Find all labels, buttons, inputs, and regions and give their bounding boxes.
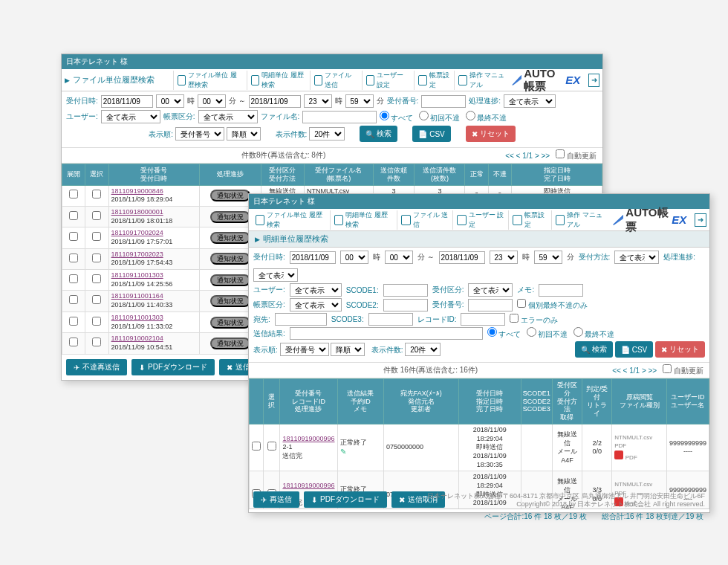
pager[interactable]: << < 1/1 > >> [505,152,550,160]
send-method-select[interactable]: 全て表示 [614,251,659,264]
tool-manual[interactable]: 操作 マニュアル [551,210,608,230]
reset-button[interactable]: ✖ リセット [466,126,516,142]
tool-form-settings[interactable]: 帳票設定 [414,71,449,90]
tool-file-history[interactable]: ファイル単位 履歴検索 [252,210,325,230]
status-button[interactable]: 通知状況 [210,190,250,201]
hour-to-select[interactable]: 23 [490,251,518,264]
accno-link[interactable]: 18110917002023 [111,251,163,258]
acckbn-select[interactable]: 全て表示 [468,283,513,297]
scode2-input[interactable] [383,299,428,311]
expand-checkbox[interactable] [69,338,78,346]
status-button[interactable]: 通知状況 [210,317,250,329]
accno-link[interactable]: 18110911001303 [111,271,163,279]
select-checkbox[interactable] [267,442,276,451]
partial-only-checkbox[interactable] [517,299,526,308]
pdf-download-button[interactable]: ⬇ PDFダウンロード [131,359,215,375]
radio-finalfail[interactable] [466,111,475,120]
status-button[interactable]: 通知状況 [210,253,250,265]
pdf-icon[interactable] [614,451,623,459]
filename-input[interactable] [302,111,377,123]
tool-detail-history[interactable]: 明細単位 履歴検索 [247,71,305,90]
status-select[interactable]: 全て表示 [504,94,556,108]
expand-checkbox[interactable] [69,254,78,262]
status-button[interactable]: 通知状況 [210,338,250,349]
expand-checkbox[interactable] [69,232,78,241]
count-select[interactable]: 20件 [309,127,345,141]
min-to-select[interactable]: 59 [534,251,562,264]
status-select[interactable]: 全て表示 [253,268,298,282]
min-to-select[interactable]: 59 [345,94,374,108]
date-from-input[interactable] [101,95,153,108]
result-input[interactable] [290,327,483,340]
tool-file-send[interactable]: ファイル 送信 [397,210,448,230]
table-row[interactable]: 181109190009962-1送信完 正常終了✎ 0750000000 20… [250,424,709,471]
user-select[interactable]: 全て表示 [101,110,160,123]
accno-input[interactable] [421,95,466,108]
err-only-checkbox[interactable] [510,314,519,323]
formcat-select[interactable]: 全て表示 [290,298,342,311]
accno-link[interactable]: 18110910002104 [111,335,163,342]
radio-initfail[interactable] [527,327,536,337]
recid-input[interactable] [461,313,505,326]
hour-from-select[interactable]: 00 [156,94,184,108]
date-from-input[interactable] [290,251,336,264]
scode3-input[interactable] [368,313,413,326]
csv-button[interactable]: 📄 CSV [412,126,451,142]
pencil-icon[interactable]: ✎ [340,448,346,456]
status-button[interactable]: 通知状況 [210,274,250,286]
tool-file-send[interactable]: ファイル 送信 [310,71,357,90]
accno-link[interactable]: 18110917002024 [111,229,163,236]
user-select[interactable]: 全て表示 [290,283,342,297]
resend-fail-button[interactable]: ✈ 不達再送信 [66,359,127,375]
auto-refresh-checkbox[interactable] [556,149,565,158]
select-checkbox[interactable] [92,190,101,198]
accno-link[interactable]: 18110919000846 [111,187,163,195]
logout-button[interactable]: ➜ [695,213,706,227]
date-to-input[interactable] [439,251,485,264]
tool-user-settings[interactable]: ユーザー 設定 [362,71,409,90]
accno-link[interactable]: 18110919000996 [282,482,334,489]
tool-manual[interactable]: 操作 マニュアル [454,71,507,90]
reset-button[interactable]: ✖ リセット [655,341,705,358]
search-button[interactable]: 🔍 検索 [575,341,613,358]
logout-button[interactable]: ➜ [588,74,599,87]
select-checkbox[interactable] [92,254,101,262]
min-from-select[interactable]: 00 [385,251,413,264]
radio-initfail[interactable] [419,111,429,120]
select-checkbox[interactable] [92,274,101,283]
accno-link[interactable]: 18110918000001 [111,208,163,216]
order-select-1[interactable]: 受付番号 [280,343,329,356]
select-checkbox[interactable] [92,211,101,220]
auto-refresh-checkbox[interactable] [663,364,672,373]
status-button[interactable]: 通知状況 [210,232,250,244]
expand-checkbox[interactable] [69,211,78,220]
hour-to-select[interactable]: 23 [304,94,332,108]
accno-input[interactable] [468,299,513,311]
csv-button[interactable]: 📄 CSV [615,341,654,358]
count-select[interactable]: 20件 [405,343,441,356]
order-select-2[interactable]: 降順 [331,343,365,356]
accno-link[interactable]: 18110911001303 [111,314,163,321]
expand-checkbox[interactable] [69,190,78,198]
table-scroll[interactable]: 選択受付番号 レコードID 処理進捗送信結果 予約ID メモ宛先FAX(ﾒｰﾙ)… [249,378,709,508]
min-from-select[interactable]: 00 [198,94,226,108]
status-button[interactable]: 通知状況 [210,211,250,223]
select-checkbox[interactable] [92,295,101,304]
select-checkbox[interactable] [92,232,101,241]
tool-user-settings[interactable]: ユーザー 設定 [452,210,504,230]
expand-checkbox[interactable] [252,442,261,451]
pdf-download-button[interactable]: ⬇ PDFダウンロード [304,491,387,508]
dest-input[interactable] [275,313,327,326]
search-button[interactable]: 🔍 検索 [360,126,397,142]
expand-checkbox[interactable] [69,317,78,326]
hour-from-select[interactable]: 00 [340,251,368,264]
formcat-select[interactable]: 全て表示 [198,110,258,123]
memo-input[interactable] [539,284,583,297]
accno-link[interactable]: 18110919000996 [282,435,334,442]
radio-all[interactable] [380,111,389,120]
select-checkbox[interactable] [92,338,101,346]
date-to-input[interactable] [249,95,301,108]
tool-file-history[interactable]: ファイル単位 履歴検索 [173,71,242,90]
resend-button[interactable]: ✈ 再送信 [253,491,299,508]
pager[interactable]: << < 1/1 > >> [612,367,657,375]
